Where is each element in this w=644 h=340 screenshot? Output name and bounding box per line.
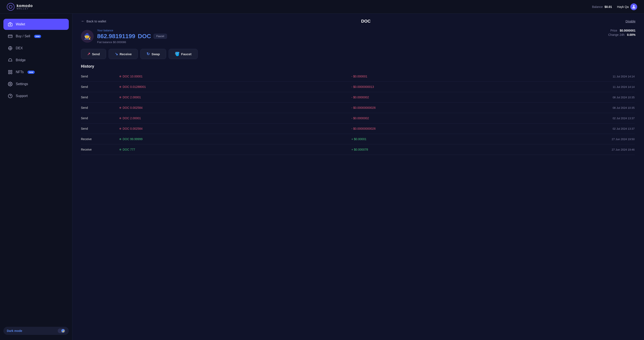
receive-button[interactable]: ↘ Receive (108, 49, 138, 59)
history-fiat: - $0.00000000026 (352, 106, 584, 109)
header-balance-value: $0.01 (604, 5, 612, 9)
header-right: Balance $0.01 Hayk Qa (592, 4, 637, 10)
table-row: Send⊕ DOC 0.01288001- $0.000000001311 Ju… (81, 82, 635, 92)
history-date: 02 Jul 2024 13:37 (584, 127, 635, 130)
history-amount: ⊕ DOC 0.002584 (119, 106, 352, 109)
history-type: Send (81, 85, 119, 89)
logo-sub: WALLET (16, 8, 33, 10)
sidebar-label-support: Support (16, 94, 28, 98)
sidebar-item-nfts[interactable]: NFTs new (4, 67, 69, 78)
history-type: Send (81, 96, 119, 99)
table-row: Receive⊕ DOC 99.99999+ $0.0000127 Jun 20… (81, 134, 635, 144)
back-button[interactable]: ← Back to wallet (81, 19, 106, 24)
history-date: 27 Jun 2024 19:50 (584, 138, 635, 141)
table-row: Send⊕ DOC 2.00001- $0.000000208 Jul 2024… (81, 92, 635, 103)
sidebar-item-support[interactable]: Support (4, 90, 69, 102)
sidebar-item-wallet[interactable]: Wallet (4, 19, 69, 30)
svg-rect-4 (8, 70, 10, 72)
receive-label: Receive (120, 52, 132, 56)
history-fiat: + $0.000078 (352, 148, 584, 151)
history-amount: ⊕ DOC 2.00001 (119, 96, 352, 99)
history-type: Send (81, 106, 119, 109)
table-row: Send⊕ DOC 0.002584- $0.0000000002602 Jul… (81, 123, 635, 134)
history-amount: ⊕ DOC 0.01288001 (119, 85, 352, 89)
history-amount: ⊕ DOC 99.99999 (119, 137, 352, 141)
sidebar-label-wallet: Wallet (16, 22, 25, 26)
back-label: Back to wallet (86, 20, 106, 23)
dark-mode-toggle[interactable]: Dark mode 🌙 (4, 327, 69, 335)
history-list: Send⊕ DOC 10.00001- $0.00000111 Jul 2024… (81, 71, 636, 340)
header-balance: Balance $0.01 (592, 5, 612, 9)
svg-rect-2 (8, 35, 12, 38)
svg-rect-0 (8, 23, 12, 26)
faucet-button[interactable]: 🪣 Faucet (169, 49, 198, 59)
sidebar-item-buy-sell[interactable]: Buy / Sell new (4, 31, 69, 42)
swap-icon: ↻ (146, 52, 150, 56)
sidebar-item-bridge[interactable]: Bridge (4, 55, 69, 66)
nfts-icon (8, 70, 13, 75)
svg-point-8 (10, 83, 11, 85)
sidebar-label-nfts: NFTs (16, 70, 24, 74)
history-type: Receive (81, 148, 119, 151)
swap-label: Swap (152, 52, 160, 56)
history-amount: ⊕ DOC 2.00001 (119, 116, 352, 120)
badge-new-nfts: new (28, 71, 34, 74)
logo-icon (7, 3, 14, 11)
price-value: $0.0000001 (620, 29, 636, 32)
change-value: 0.00% (627, 33, 636, 37)
history-type: Send (81, 116, 119, 120)
history-date: 11 Jul 2024 14:14 (584, 75, 635, 78)
page-header: ← Back to wallet DOC Disable (72, 14, 644, 27)
history-fiat: - $0.00000000026 (352, 127, 584, 130)
header-balance-label: Balance (592, 5, 603, 9)
dark-mode-label: Dark mode (7, 329, 22, 332)
history-type: Send (81, 127, 119, 130)
coin-avatar: 🧙 (81, 30, 94, 43)
faucet-icon: 🪣 (175, 52, 180, 56)
table-row: Send⊕ DOC 10.00001- $0.00000111 Jul 2024… (81, 71, 635, 82)
sidebar-label-buy-sell: Buy / Sell (16, 34, 30, 38)
sidebar-label-dex: DEX (16, 46, 23, 50)
toggle-knob: 🌙 (58, 328, 66, 333)
fiat-label: Fiat balance (97, 41, 112, 44)
disable-button[interactable]: Disable (626, 20, 636, 23)
sidebar-item-settings[interactable]: Settings (4, 79, 69, 90)
send-label: Send (92, 52, 100, 56)
faucet-badge[interactable]: Faucet (154, 34, 167, 39)
history-date: 27 Jun 2024 19:46 (584, 148, 635, 151)
history-fiat: - $0.0000002 (352, 116, 584, 120)
user-area[interactable]: Hayk Qa (617, 4, 637, 10)
faucet-label: Faucet (181, 52, 192, 56)
history-section: History Send⊕ DOC 10.00001- $0.00000111 … (72, 64, 644, 340)
history-date: 08 Jul 2024 10:35 (584, 96, 635, 99)
buy-sell-icon (8, 34, 13, 39)
sidebar-item-dex[interactable]: DEX (4, 43, 69, 54)
price-label: Price (610, 29, 617, 32)
sidebar: Wallet Buy / Sell new DEX Bridge NFTs (0, 14, 72, 340)
bridge-icon (8, 58, 13, 63)
history-fiat: - $0.000001 (352, 75, 584, 78)
balance-right: Price $0.0000001 Change 24h 0.00% (608, 29, 636, 37)
balance-section: 🧙 Your balance 862.98191199 DOC Faucet F… (72, 27, 644, 49)
badge-new-buy-sell: new (34, 35, 41, 38)
history-fiat: + $0.00001 (352, 137, 584, 141)
balance-amount: 862.98191199 (97, 33, 135, 40)
swap-button[interactable]: ↻ Swap (140, 49, 166, 59)
price-row: Price $0.0000001 (610, 29, 636, 32)
content: ← Back to wallet DOC Disable 🧙 Your bala… (72, 14, 644, 340)
svg-rect-6 (8, 73, 10, 74)
send-button[interactable]: ↗ Send (81, 49, 106, 59)
send-icon: ↗ (87, 52, 90, 56)
support-icon (8, 93, 13, 99)
history-date: 11 Jul 2024 14:14 (584, 85, 635, 89)
history-type: Receive (81, 137, 119, 141)
settings-icon (8, 81, 13, 87)
history-amount: ⊕ DOC 0.002584 (119, 127, 352, 130)
history-amount: ⊕ DOC 10.00001 (119, 75, 352, 78)
history-date: 02 Jul 2024 13:37 (584, 117, 635, 120)
fiat-balance: Fiat balance $0.000086 (97, 41, 167, 44)
table-row: Receive⊕ DOC 777+ $0.00007827 Jun 2024 1… (81, 144, 635, 155)
your-balance-label: Your balance (97, 29, 167, 32)
balance-coin: DOC (138, 33, 151, 40)
header: komodo WALLET Balance $0.01 Hayk Qa (0, 0, 644, 14)
